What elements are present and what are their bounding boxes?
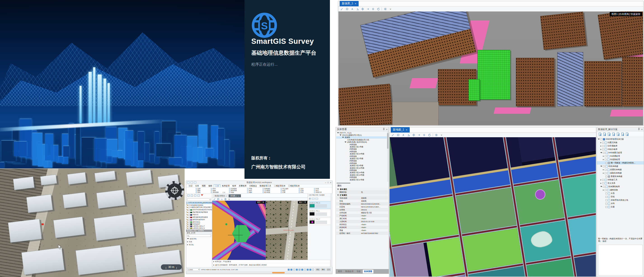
layer-row[interactable]: 未处理要素|未处理要素 [186,211,212,214]
item-checkbox[interactable] [605,189,606,191]
panel-tab-inactive[interactable]: 导航 [355,270,362,274]
legend-card[interactable]: DLSS-A_TRA_A [309,201,331,209]
layer-row-selected[interactable]: YJT2.16.113.201/36_p2024013165|城市级实体二维库 [186,202,212,204]
status-icon[interactable] [304,269,306,271]
solution-tree-item[interactable]: 普通实体构建 [597,175,644,178]
expander-icon[interactable] [337,195,339,196]
solution-tree-item[interactable]: 水利 [597,202,644,205]
ribbon-tab[interactable]: 三维处理实体 [287,184,301,187]
property-row[interactable]: 空间身份编码MA1001NE013J04030... [336,203,388,205]
tree-item[interactable]: 龙康苑小区11号楼 [336,179,387,181]
layer-checkbox[interactable] [188,222,190,223]
ribbon-tab[interactable]: 注记 [188,184,194,187]
property-row[interactable]: 分类名称城镇住宅小区 [336,211,388,214]
layer-checkbox[interactable] [188,212,190,213]
tool-move-icon[interactable] [412,133,416,137]
solution-doc-icon[interactable] [607,132,611,136]
item-checkbox[interactable] [605,162,607,164]
property-row[interactable]: 更新时间<Null> [336,226,388,229]
item-checkbox[interactable] [605,193,607,194]
tab-new-scene[interactable]: 新场景_1 × [340,1,358,6]
ribbon-tab[interactable]: 数据处理工具 [258,184,272,187]
property-row[interactable]: 位置码NE013J0403012136X... [336,205,388,208]
status-icon[interactable] [296,269,298,271]
layer-row[interactable]: LURVEN_MOU_P [186,225,212,227]
expander-icon[interactable] [603,173,604,174]
tree-item[interactable]: 内部道路 [336,176,387,178]
tool-pan-icon[interactable] [422,133,426,137]
tree-item[interactable]: 内部道路 [336,143,387,146]
tool-poly-icon[interactable] [345,7,349,11]
expander-icon[interactable] [342,137,344,138]
item-checkbox[interactable] [603,152,605,154]
solution-doc-icon[interactable] [612,132,615,136]
status-toggle[interactable]: 栅格 [321,269,326,271]
ribbon-button[interactable]: 查看工具 [314,191,331,193]
item-checkbox[interactable] [603,166,605,167]
database-icon[interactable] [194,194,196,197]
tree-item[interactable]: 内部道路 [336,162,387,164]
expander-icon[interactable] [213,264,214,266]
ribbon-button[interactable]: 复制 [196,191,210,193]
legend-expand-button[interactable] [312,198,314,200]
tree-item[interactable]: 龙康苑 [336,136,387,139]
expander-icon[interactable] [213,261,214,262]
tool-A-icon[interactable]: A [402,133,405,137]
tree-item[interactable]: 龙康苑小区24号楼 [336,172,387,174]
layer-row[interactable]: LURVEN_MOU_A [186,227,212,229]
expander-icon[interactable] [600,179,602,181]
solution-tree-item[interactable]: 房屋实体构建 [597,168,644,171]
search-box[interactable] [187,235,211,237]
solution-tree-item[interactable]: 05实体构建 [597,165,644,168]
tree-item[interactable]: 内部道路 [336,148,387,150]
expander-icon[interactable] [603,169,604,170]
vector-map-view[interactable]: 视图1 二维 [212,201,266,260]
solution-tree-item[interactable]: 02常规检查 [597,144,644,148]
layer-checkbox[interactable] [188,217,190,218]
panel-tab-active[interactable]: 实体查看 [362,269,374,274]
description-textbox[interactable] [598,245,643,276]
expander-icon[interactable] [187,241,188,243]
status-icon[interactable] [293,269,295,271]
item-checkbox[interactable] [605,206,607,208]
solution-doc-icon[interactable] [625,132,629,136]
ribbon-tab[interactable]: 质量检查 [238,184,248,187]
tab-new-map[interactable]: 新地图_1 × [391,127,410,133]
folder-tree-item[interactable]: 分类 [186,240,212,243]
panel-tab-inactive[interactable]: 图层 [337,270,344,274]
property-row[interactable]: 更新状态<Null> [336,223,388,226]
panel-splitter[interactable] [337,183,350,183]
tool-gear-icon[interactable] [384,7,387,11]
folder-tree-item[interactable]: 全部(765) [186,237,212,240]
horizontal-scrollbar[interactable] [186,272,332,274]
solution-doc-icon[interactable] [621,132,624,136]
close-icon[interactable]: × [226,195,227,197]
ribbon-tab[interactable]: 检查处理 [221,184,231,187]
scrollbar-thumb[interactable] [387,133,388,149]
tree-item[interactable]: 龙康苑小区19号楼 [336,174,387,176]
expander-icon[interactable] [337,132,339,133]
status-icon[interactable] [309,269,312,271]
item-checkbox[interactable] [602,145,604,147]
property-row[interactable]: 分类码250101 [336,208,388,211]
solution-tree-item[interactable]: 水系 [597,192,644,195]
layer-checkbox[interactable] [188,226,190,227]
tool-move-icon[interactable] [361,7,364,11]
tree-item[interactable]: 龙康苑小区16号楼 [336,167,387,169]
pin-icon[interactable] [638,128,640,130]
property-row[interactable]: *实体名称龙康苑 [336,197,388,200]
tree-item[interactable]: 龙康苑小区2号楼 [336,157,387,160]
status-toggle[interactable]: 正交 [326,269,331,271]
tree-item[interactable]: 龙康苑小区15号楼 [336,153,387,155]
gear-icon[interactable] [309,198,311,200]
ribbon-button[interactable]: 打断 [281,191,298,193]
layer-row[interactable]: 居民地要素|居民地要素 [186,216,212,219]
close-button[interactable]: × [330,182,331,184]
close-icon[interactable]: × [406,128,407,131]
ribbon-tab[interactable]: 检查 [231,184,237,187]
solution-tree-item[interactable]: 03拓扑检查 [597,148,644,151]
tree-item[interactable]: 龙康苑小区4号楼 [336,164,387,167]
layer-row[interactable]: metadata|metadata [186,204,212,206]
tool-rotate-icon[interactable] [428,133,431,137]
expander-icon[interactable] [187,238,189,239]
